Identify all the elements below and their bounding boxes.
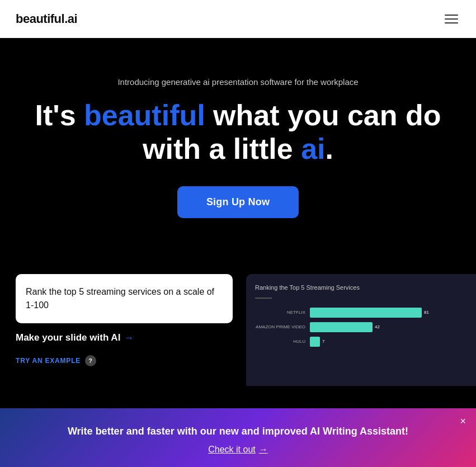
- bar-value-hulu: 7: [322, 339, 324, 344]
- hero-title-beautiful: beautiful: [84, 99, 205, 131]
- logo: beautiful.ai: [16, 12, 77, 26]
- chart-bar-wrap-netflix: 81: [310, 308, 467, 318]
- make-slide-row: Make your slide with AI →: [16, 332, 233, 344]
- logo-text: beautiful.ai: [16, 12, 77, 26]
- hero-title-period: .: [326, 133, 333, 165]
- chart-bar-row-amazon: AMAZON PRIME VIDEO 42: [255, 322, 467, 332]
- hero-title-part1: It's: [35, 99, 84, 131]
- hero-title: It's beautiful what you can do with a li…: [22, 99, 454, 166]
- check-it-out-link[interactable]: Check it out →: [208, 445, 267, 455]
- hamburger-menu[interactable]: [442, 12, 460, 26]
- help-icon[interactable]: ?: [85, 355, 96, 366]
- notification-text: Write better and faster with our new and…: [22, 424, 454, 439]
- chart-bar-netflix: [310, 308, 422, 318]
- spacer: [0, 386, 476, 408]
- check-it-out-text: Check it out: [208, 445, 255, 455]
- hero-section: Introducing generative ai presentation s…: [0, 38, 476, 263]
- chart-divider: [255, 298, 272, 299]
- notification-close-button[interactable]: ×: [460, 416, 466, 426]
- chart-bar-row-hulu: HULU 7: [255, 337, 467, 347]
- demo-chart-panel: Ranking the Top 5 Streaming Services NET…: [246, 274, 476, 386]
- demo-input-box[interactable]: Rank the top 5 streaming services on a s…: [16, 274, 233, 323]
- chart-bar-wrap-amazon: 42: [310, 322, 467, 332]
- hero-title-ai: ai: [301, 133, 325, 165]
- check-it-out-arrow: →: [259, 445, 268, 455]
- chart-label-amazon: AMAZON PRIME VIDEO: [255, 324, 305, 329]
- chart-bar-hulu: [310, 337, 320, 347]
- notification-banner: × Write better and faster with our new a…: [0, 408, 476, 467]
- chart-label-netflix: NETFLIX: [255, 310, 305, 315]
- chart-bar-row-netflix: NETFLIX 81: [255, 308, 467, 318]
- try-example-text: TRY AN EXAMPLE: [16, 357, 81, 365]
- try-example-label[interactable]: TRY AN EXAMPLE ?: [16, 355, 233, 366]
- hamburger-line-2: [445, 18, 458, 20]
- make-slide-arrow: →: [124, 332, 134, 344]
- bar-value-amazon: 42: [375, 324, 380, 329]
- chart-label-hulu: HULU: [255, 339, 305, 344]
- bar-value-netflix: 81: [424, 310, 429, 315]
- hamburger-line-3: [445, 22, 458, 23]
- demo-left-panel: Rank the top 5 streaming services on a s…: [0, 274, 246, 373]
- chart-bar-wrap-hulu: 7: [310, 337, 467, 347]
- demo-section: Rank the top 5 streaming services on a s…: [0, 263, 476, 386]
- hamburger-line-1: [445, 15, 458, 16]
- hero-subtitle: Introducing generative ai presentation s…: [22, 77, 454, 87]
- signup-button[interactable]: Sign Up Now: [177, 186, 299, 218]
- chart-bar-amazon: [310, 322, 373, 332]
- make-slide-label[interactable]: Make your slide with AI: [16, 332, 120, 343]
- chart-title: Ranking the Top 5 Streaming Services: [255, 284, 467, 291]
- navbar: beautiful.ai: [0, 0, 476, 38]
